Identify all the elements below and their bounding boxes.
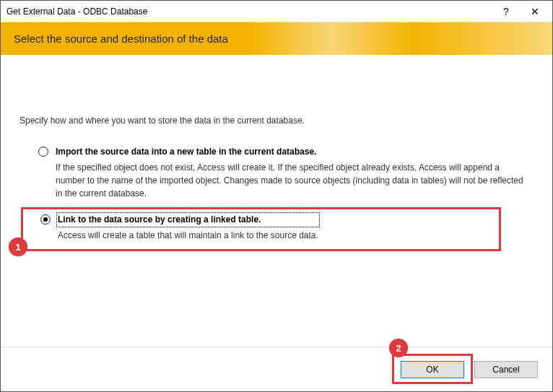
dialog-footer: 2 OK Cancel [1,347,552,391]
radio-link-icon[interactable] [40,214,51,225]
wizard-content: Specify how and where you want to store … [1,55,552,347]
wizard-heading: Select the source and destination of the… [14,32,539,45]
radio-import-icon[interactable] [38,147,48,157]
ok-button[interactable]: OK [401,361,464,378]
cancel-button[interactable]: Cancel [474,361,538,378]
help-button[interactable]: ? [492,1,521,22]
dialog-window: Get External Data - ODBC Database ? ✕ Se… [0,0,553,392]
option-import-label: Import the source data into a new table … [56,146,531,158]
window-title: Get External Data - ODBC Database [6,6,492,17]
annotation-badge-1: 1 [9,238,27,256]
option-link-label: Link to the data source by creating a li… [58,214,318,226]
annotation-badge-2: 2 [389,339,408,357]
option-link-desc: Access will create a table that will mai… [58,229,318,242]
wizard-header: Select the source and destination of the… [1,22,552,55]
option-import-desc: If the specified object does not exist, … [56,161,531,200]
prompt-text: Specify how and where you want to store … [19,116,536,126]
option-import[interactable]: Import the source data into a new table … [19,141,536,207]
titlebar: Get External Data - ODBC Database ? ✕ [1,1,552,22]
option-link[interactable]: Link to the data source by creating a li… [21,207,501,251]
close-button[interactable]: ✕ [521,1,549,22]
